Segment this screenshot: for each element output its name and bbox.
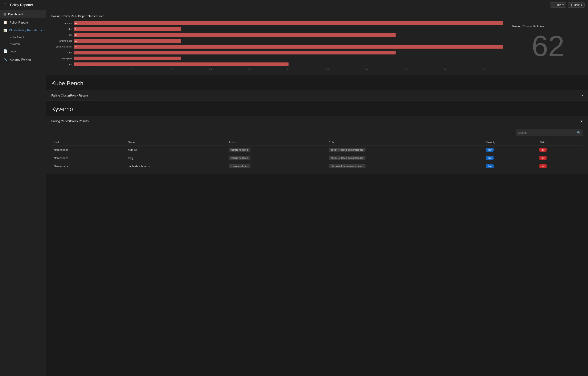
bar-label: teamspeak bbox=[51, 57, 72, 60]
bar-chart: argo-cd 4 blog 1 dev 3 landing-page bbox=[51, 21, 503, 66]
bar-value: 4 bbox=[75, 22, 76, 24]
bar-fill: 3 bbox=[74, 33, 396, 37]
axis-tick: 2.8 bbox=[347, 68, 386, 71]
rule-badge: check-for-labels-on-namespace bbox=[329, 156, 366, 160]
cell-name: cattle-dashboards bbox=[125, 162, 226, 170]
bar-fill: 3 bbox=[74, 51, 396, 54]
cell-name: blog bbox=[125, 154, 226, 162]
rule-sort-icon: ↑ bbox=[335, 141, 336, 144]
bar-container: 1 bbox=[74, 27, 503, 31]
bar-row: test 2 bbox=[51, 63, 503, 66]
search-input[interactable] bbox=[518, 131, 575, 134]
bar-value: 2 bbox=[75, 63, 76, 66]
interval-label: 10s bbox=[557, 3, 561, 7]
bar-fill: 1 bbox=[74, 57, 181, 60]
bar-row: argo-cd 4 bbox=[51, 21, 503, 25]
app-body: ⊞ Dashboard 📋 Policy Reports 📊 ClusterPo… bbox=[0, 10, 588, 376]
table-row: Namespace cattle-dashboards require-ns-l… bbox=[51, 162, 583, 170]
axis-tick: 0.8 bbox=[152, 68, 191, 71]
interval-chevron: ▾ bbox=[562, 3, 564, 7]
kyverno-panel-content: 🔍 Kind Name↑ Policy↑ Rule↑ Severity Stat… bbox=[46, 126, 588, 174]
cell-status: fail bbox=[537, 154, 583, 162]
sidebar-label-policy-reports: Policy Reports bbox=[10, 21, 29, 24]
bar-value: 1 bbox=[75, 57, 76, 60]
status-badge: fail bbox=[539, 164, 546, 168]
kyverno-chevron-icon: ▲ bbox=[580, 119, 583, 123]
col-kind: Kind bbox=[51, 139, 125, 146]
bar-row: teamspeak 1 bbox=[51, 57, 503, 60]
sidebar-item-dashboard[interactable]: ⊞ Dashboard bbox=[0, 10, 46, 18]
bar-fill: 4 bbox=[74, 21, 503, 25]
kube-bench-collapsible-header[interactable]: Failing ClusterPolicy Results ▾ bbox=[46, 90, 588, 101]
app-header: ☰ Policy Reporter 10s ▾ dark ▾ bbox=[0, 0, 588, 10]
sidebar-label-kyverno: Kyverno bbox=[10, 42, 20, 45]
bar-container: 2 bbox=[74, 63, 503, 66]
policy-reports-icon: 📋 bbox=[3, 21, 8, 24]
cell-policy: require-ns-labels bbox=[227, 154, 326, 162]
cell-severity: low bbox=[483, 162, 537, 170]
sidebar-sub-item-kube-bench[interactable]: Kube Bench bbox=[0, 34, 46, 41]
axis-tick: 3.6 bbox=[425, 68, 464, 71]
sidebar-label-dashboard: Dashboard bbox=[8, 13, 23, 16]
chart-title: Failing Policy Results per Namespace bbox=[51, 14, 503, 18]
bar-container: 4 bbox=[74, 45, 503, 49]
app-title: Policy Reporter bbox=[10, 3, 550, 7]
bar-row: stage 3 bbox=[51, 51, 503, 54]
sidebar-item-clusterpolicy-reports[interactable]: 📊 ClusterPolicy Reports ▲ bbox=[0, 27, 46, 34]
axis-tick: 2.4 bbox=[308, 68, 347, 71]
theme-selector[interactable]: dark ▾ bbox=[568, 2, 585, 8]
cluster-policies-section: Failing Cluster Policies 62 bbox=[508, 10, 588, 75]
bar-container: 3 bbox=[74, 51, 503, 54]
chart-section: Failing Policy Results per Namespace arg… bbox=[46, 10, 508, 75]
axis-tick: 2.0 bbox=[269, 68, 308, 71]
bar-label: argo-cd bbox=[51, 22, 72, 24]
cell-kind: Namespace bbox=[51, 162, 125, 170]
cell-rule: check-for-labels-on-namespace bbox=[326, 146, 483, 154]
theme-icon bbox=[570, 4, 573, 7]
kyverno-section-title: Kyverno bbox=[46, 101, 588, 116]
kyverno-panel: Failing ClusterPolicy Results ▲ 🔍 Kind bbox=[46, 116, 588, 174]
sidebar-sub-item-kyverno[interactable]: Kyverno bbox=[0, 41, 46, 47]
rule-badge: check-for-labels-on-namespace bbox=[329, 164, 366, 168]
menu-icon[interactable]: ☰ bbox=[3, 3, 7, 7]
bar-value: 4 bbox=[75, 45, 76, 48]
axis-tick: 1.2 bbox=[191, 68, 230, 71]
kube-bench-chevron-icon: ▾ bbox=[581, 94, 583, 97]
bar-label: test bbox=[51, 63, 72, 66]
dashboard-icon: ⊞ bbox=[3, 12, 6, 16]
axis-tick: 0.4 bbox=[113, 68, 152, 71]
status-badge: fail bbox=[539, 148, 546, 152]
bar-row: dev 3 bbox=[51, 33, 503, 37]
clusterpolicy-icon: 📊 bbox=[3, 29, 7, 32]
bar-label: blog bbox=[51, 28, 72, 30]
table-row: Namespace argo-cd require-ns-labels chec… bbox=[51, 146, 583, 154]
bar-value: 3 bbox=[75, 51, 76, 54]
svg-point-1 bbox=[571, 4, 572, 6]
col-name[interactable]: Name↑ bbox=[125, 139, 226, 146]
policy-badge: require-ns-labels bbox=[229, 164, 251, 168]
sidebar-item-kyverno-policies[interactable]: 🔧 Kyverno Policies bbox=[0, 55, 46, 63]
bar-label: dev bbox=[51, 34, 72, 36]
col-rule[interactable]: Rule↑ bbox=[326, 139, 483, 146]
bar-value: 1 bbox=[75, 40, 76, 42]
axis-tick: 3.2 bbox=[386, 68, 425, 71]
cell-policy: require-ns-labels bbox=[227, 146, 326, 154]
clock-icon bbox=[552, 4, 556, 7]
name-sort-icon: ↑ bbox=[136, 141, 136, 144]
col-severity: Severity bbox=[483, 139, 537, 146]
theme-label: dark bbox=[574, 3, 580, 7]
bar-row: postgres-cluster 4 bbox=[51, 45, 503, 49]
bar-value: 1 bbox=[75, 28, 76, 30]
bar-label: landing-page bbox=[51, 40, 72, 42]
sidebar-item-policy-reports[interactable]: 📋 Policy Reports bbox=[0, 18, 46, 27]
interval-selector[interactable]: 10s ▾ bbox=[550, 2, 566, 8]
bar-row: blog 1 bbox=[51, 27, 503, 31]
col-policy[interactable]: Policy↑ bbox=[227, 139, 326, 146]
kyverno-collapsible-header[interactable]: Failing ClusterPolicy Results ▲ bbox=[46, 116, 588, 126]
sidebar-label-clusterpolicy: ClusterPolicy Reports bbox=[9, 29, 37, 32]
sidebar-label-kube-bench: Kube Bench bbox=[10, 36, 25, 39]
bar-fill: 2 bbox=[74, 63, 289, 66]
sidebar-label-logs: Logs bbox=[10, 50, 16, 53]
sidebar-item-logs[interactable]: 📄 Logs bbox=[0, 47, 46, 55]
kube-bench-panel: Failing ClusterPolicy Results ▾ bbox=[46, 90, 588, 101]
